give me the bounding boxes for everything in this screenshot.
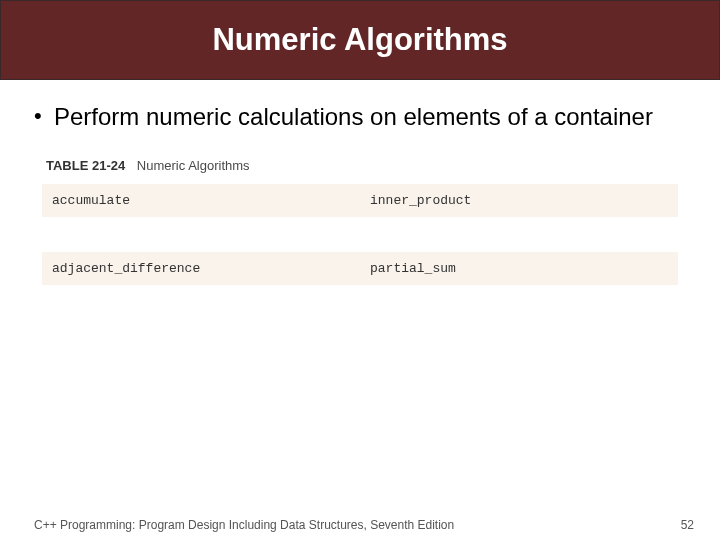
table-cell: inner_product: [360, 184, 678, 218]
table-cell: adjacent_difference: [42, 252, 360, 286]
table-cell: [42, 218, 360, 252]
table-cell: accumulate: [42, 184, 360, 218]
bullet-list: Perform numeric calculations on elements…: [30, 102, 690, 132]
page-number: 52: [681, 518, 694, 532]
algorithms-table: accumulate inner_product adjacent_differ…: [42, 183, 678, 286]
book-title: C++ Programming: Program Design Includin…: [34, 518, 454, 532]
table-figure: TABLE 21-24 Numeric Algorithms accumulat…: [42, 158, 678, 286]
table-cell: partial_sum: [360, 252, 678, 286]
content-area: Perform numeric calculations on elements…: [0, 80, 720, 286]
table-number: TABLE 21-24: [46, 158, 125, 173]
table-row: accumulate inner_product: [42, 184, 678, 218]
table-row: adjacent_difference partial_sum: [42, 252, 678, 286]
slide-footer: C++ Programming: Program Design Includin…: [0, 518, 720, 532]
table-row: [42, 218, 678, 252]
table-title: Numeric Algorithms: [137, 158, 250, 173]
bullet-item: Perform numeric calculations on elements…: [30, 102, 690, 132]
table-caption: TABLE 21-24 Numeric Algorithms: [46, 158, 678, 173]
table-cell: [360, 218, 678, 252]
slide-title: Numeric Algorithms: [212, 22, 507, 58]
title-banner: Numeric Algorithms: [0, 0, 720, 80]
